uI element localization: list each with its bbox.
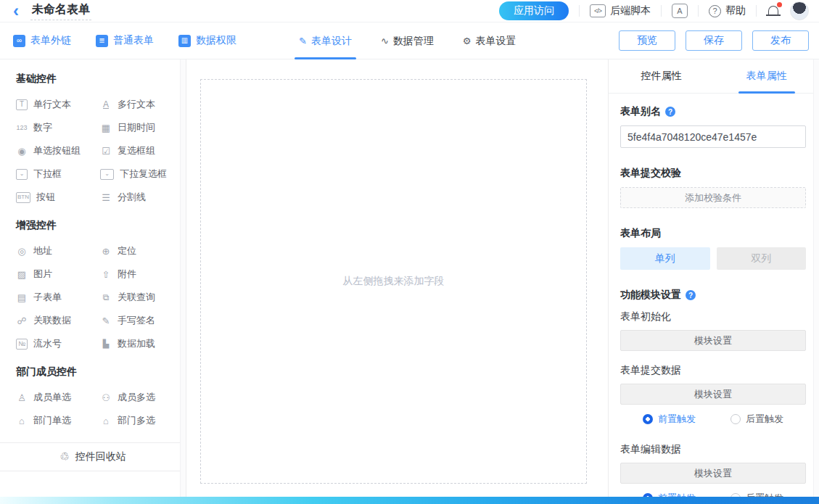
control-label: 定位 (118, 244, 136, 257)
control-label: 多行文本 (118, 98, 155, 111)
control-radio-group[interactable]: ◉单选按钮组 (16, 139, 100, 162)
control-number[interactable]: 123数字 (16, 116, 100, 139)
top-header: ‹ 未命名表单 应用访问 </> 后端脚本 A ? 帮助 (0, 0, 819, 22)
tab-data-management-label: 数据管理 (393, 35, 434, 48)
tab-data-management[interactable]: ∿ 数据管理 (381, 22, 434, 59)
control-label: 数字 (33, 121, 52, 134)
control-label: 分割线 (118, 191, 146, 204)
layout-single-column-option[interactable]: 单列 (620, 247, 710, 270)
control-datetime[interactable]: ▦日期时间 (100, 116, 178, 139)
control-dropdown[interactable]: ⌄下拉框 (16, 162, 100, 186)
control-multi-line-text[interactable]: A多行文本 (100, 93, 178, 116)
save-button[interactable]: 保存 (686, 30, 742, 51)
tab-form-design[interactable]: ✎ 表单设计 (299, 22, 352, 59)
pre-trigger-label: 前置触发 (658, 413, 696, 426)
control-member-multi[interactable]: ⚇成员多选 (100, 386, 178, 409)
modules-label: 功能模块设置 (620, 289, 681, 302)
divider-icon: ☰ (100, 192, 112, 203)
departments-icon: ⌂ (100, 416, 112, 426)
center-tabs: ✎ 表单设计 ∿ 数据管理 ⚙ 表单设置 (299, 22, 516, 59)
form-edit-module-settings-button[interactable]: 模块设置 (620, 463, 806, 484)
control-data-load[interactable]: ▙数据加载 (100, 332, 178, 355)
divider (579, 5, 580, 17)
user-avatar[interactable] (790, 1, 809, 20)
panel-tabs: 控件属性 表单属性 (609, 59, 819, 94)
person-icon: ♙ (16, 392, 28, 403)
divider (661, 5, 662, 17)
control-recycle-bin-button[interactable]: ♲ 控件回收站 (0, 443, 186, 471)
form-init-module-settings-button[interactable]: 模块设置 (620, 330, 806, 351)
form-alias-input[interactable] (620, 125, 806, 148)
control-image[interactable]: ▨图片 (16, 263, 100, 286)
address-pin-icon: ◎ (16, 246, 28, 257)
divider (698, 5, 699, 17)
alias-help-icon[interactable]: ? (665, 107, 675, 117)
control-linked-query[interactable]: ⧉关联查询 (100, 286, 178, 309)
address-book-button[interactable]: A (672, 4, 688, 18)
control-label: 数据加载 (118, 337, 155, 350)
control-single-line-text[interactable]: T单行文本 (16, 93, 100, 116)
control-divider[interactable]: ☰分割线 (100, 186, 178, 209)
control-department-single[interactable]: ⌂部门单选 (16, 409, 100, 432)
control-label: 附件 (118, 268, 136, 281)
control-address[interactable]: ◎地址 (16, 239, 100, 263)
publish-button[interactable]: 发布 (752, 30, 809, 51)
layout-double-column-option[interactable]: 双列 (717, 247, 807, 270)
canvas-placeholder: 从左侧拖拽来添加字段 (343, 275, 445, 288)
normal-form-label: 普通表单 (113, 34, 154, 47)
body: 基础控件 T单行文本 A多行文本 123数字 ▦日期时间 ◉单选按钮组 ☑复选框… (0, 59, 819, 504)
control-subform[interactable]: ▤子表单 (16, 286, 100, 309)
control-location[interactable]: ⊕定位 (100, 239, 178, 263)
control-multi-dropdown[interactable]: ⌄下拉复选框 (100, 162, 178, 186)
linked-query-icon: ⧉ (100, 292, 112, 303)
sidebar-scrollbar[interactable] (180, 59, 186, 504)
radio-unchecked-icon (730, 414, 741, 424)
tab-control-properties[interactable]: 控件属性 (609, 59, 714, 93)
control-department-multi[interactable]: ⌂部门多选 (100, 409, 178, 432)
data-permission-button[interactable]: ▥ 数据权限 (178, 34, 236, 47)
control-label: 地址 (33, 244, 52, 257)
control-signature[interactable]: ✎手写签名 (100, 309, 178, 332)
control-label: 子表单 (33, 291, 62, 304)
notifications-button[interactable] (767, 3, 780, 20)
add-validation-button[interactable]: 添加校验条件 (620, 187, 806, 208)
toolbar-actions: 预览 保存 发布 (619, 30, 809, 51)
bell-icon (768, 6, 778, 15)
app-access-button[interactable]: 应用访问 (499, 1, 569, 20)
upload-icon: ⇧ (100, 269, 112, 280)
control-label: 部门单选 (33, 414, 71, 427)
form-alias-heading: 表单别名 ? (620, 105, 806, 118)
subform-table-icon: ▤ (16, 292, 28, 303)
single-line-text-icon: T (16, 99, 28, 110)
post-trigger-radio[interactable]: 后置触发 (730, 413, 783, 426)
form-init-label: 表单初始化 (620, 310, 806, 323)
tab-form-settings[interactable]: ⚙ 表单设置 (463, 22, 516, 59)
pre-trigger-radio[interactable]: 前置触发 (643, 413, 696, 426)
control-label: 图片 (33, 268, 52, 281)
control-linked-data[interactable]: ☍关联数据 (16, 309, 100, 332)
section-title: 基础控件 (16, 73, 178, 86)
canvas-dropzone[interactable]: 从左侧拖拽来添加字段 (200, 79, 587, 484)
tab-form-properties[interactable]: 表单属性 (714, 59, 819, 93)
control-checkbox-group[interactable]: ☑复选框组 (100, 139, 178, 162)
control-label: 部门多选 (118, 414, 155, 427)
header-right: 应用访问 </> 后端脚本 A ? 帮助 (499, 1, 809, 20)
backend-script-button[interactable]: </> 后端脚本 (590, 4, 651, 17)
help-button[interactable]: ? 帮助 (709, 4, 746, 17)
form-external-link-button[interactable]: ∞ 表单外链 (13, 34, 71, 47)
normal-form-button[interactable]: ≣ 普通表单 (96, 34, 154, 47)
panel-scrollbar[interactable] (813, 59, 819, 504)
form-submit-module-settings-button[interactable]: 模块设置 (620, 384, 806, 405)
preview-button[interactable]: 预览 (619, 30, 675, 51)
back-icon[interactable]: ‹ (13, 1, 19, 20)
form-designer-app: ‹ 未命名表单 应用访问 </> 后端脚本 A ? 帮助 (0, 0, 819, 504)
form-edit-data-label: 表单编辑数据 (620, 443, 806, 456)
modules-help-icon[interactable]: ? (686, 290, 696, 300)
control-attachment[interactable]: ⇧附件 (100, 263, 178, 286)
control-label: 日期时间 (118, 121, 155, 134)
control-button[interactable]: BTN按钮 (16, 186, 100, 209)
control-label: 下拉框 (33, 168, 62, 181)
control-serial-number[interactable]: №流水号 (16, 332, 100, 355)
control-member-single[interactable]: ♙成员单选 (16, 386, 100, 409)
form-title[interactable]: 未命名表单 (30, 2, 91, 20)
